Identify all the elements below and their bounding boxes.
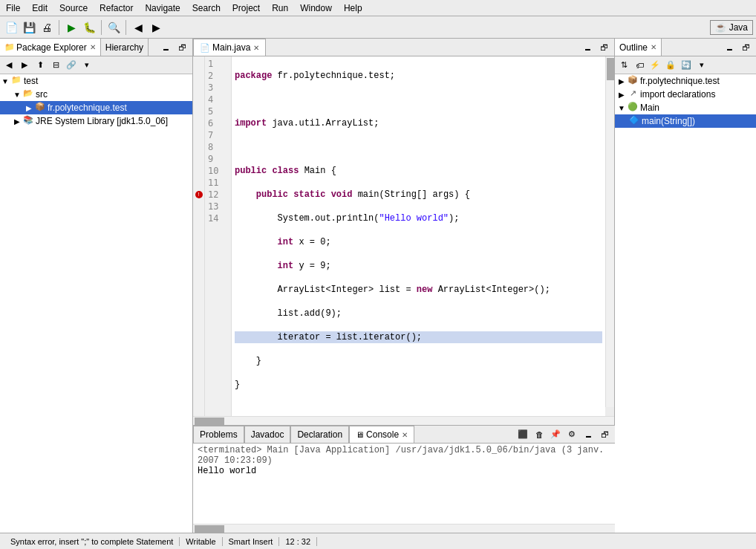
outline-sort-button[interactable]: ⇅: [616, 58, 631, 73]
main-layout: 📁 Package Explorer ✕ Hierarchy 🗕 🗗 ◀ ▶ ⬆…: [0, 39, 756, 533]
left-panel: 📁 Package Explorer ✕ Hierarchy 🗕 🗗 ◀ ▶ ⬆…: [0, 39, 193, 533]
maximize-bottom-button[interactable]: 🗗: [597, 427, 612, 442]
bottom-hscroll-thumb[interactable]: [195, 525, 224, 533]
outline-method-icon: 🔷: [628, 115, 640, 127]
console-settings-button[interactable]: ⚙: [564, 427, 579, 442]
outline-panel: Outline ✕ 🗕 🗗 ⇅ 🏷 ⚡ 🔒 🔄 ▾ ▶ 📦 fr.polytec…: [615, 39, 756, 533]
editor-scroll-area[interactable]: package fr.polytechnique.test; import ja…: [232, 56, 614, 416]
menu-file[interactable]: File: [0, 1, 26, 15]
collapse-all-button[interactable]: ⊟: [48, 58, 63, 73]
close-outline-tab[interactable]: ✕: [651, 43, 656, 51]
close-console-tab[interactable]: ✕: [402, 431, 408, 439]
outline-class-icon: 🟢: [627, 102, 639, 114]
outline-item-main-class[interactable]: ▼ 🟢 Main: [615, 101, 756, 114]
minimize-bottom-button[interactable]: 🗕: [581, 427, 596, 442]
package-icon: 📦: [34, 102, 46, 114]
tab-declaration[interactable]: Declaration: [290, 426, 349, 443]
status-smart-insert: Smart Insert: [223, 537, 280, 546]
editor-gutter-markers: !: [193, 56, 205, 416]
close-editor-tab[interactable]: ✕: [253, 44, 259, 52]
outline-arrow-main[interactable]: ▼: [616, 104, 627, 112]
menu-run[interactable]: Run: [266, 1, 294, 15]
hscroll-thumb[interactable]: [195, 418, 224, 425]
run-button[interactable]: ▶: [63, 19, 79, 36]
menu-search[interactable]: Search: [186, 1, 227, 15]
tree-arrow-package[interactable]: ▶: [24, 104, 34, 112]
maximize-editor-button[interactable]: 🗗: [596, 40, 611, 55]
outline-hide-fields-button[interactable]: 🏷: [632, 58, 647, 73]
maximize-outline-button[interactable]: 🗗: [738, 40, 753, 55]
maximize-left-button[interactable]: 🗗: [175, 40, 189, 55]
tab-javadoc[interactable]: Javadoc: [244, 426, 291, 443]
menu-project[interactable]: Project: [227, 1, 266, 15]
new-button[interactable]: 📄: [3, 19, 19, 36]
status-error-text: Syntax error, insert ";" to complete Sta…: [4, 537, 180, 546]
back-nav-button[interactable]: ◀: [1, 58, 16, 73]
outline-tree: ▶ 📦 fr.polytechnique.test ▶ ↗ import dec…: [615, 74, 756, 533]
print-button[interactable]: 🖨: [39, 19, 55, 36]
code-editor[interactable]: package fr.polytechnique.test; import ja…: [232, 56, 605, 416]
forward-nav-button[interactable]: ▶: [17, 58, 32, 73]
editor-panel: 📄 Main.java ✕ 🗕 🗗: [193, 39, 615, 425]
editor-vscroll[interactable]: [605, 56, 614, 407]
outline-header: Outline ✕ 🗕 🗗: [615, 39, 756, 56]
tree-item-package[interactable]: ▶ 📦 fr.polytechnique.test: [0, 101, 192, 114]
outline-item-imports[interactable]: ▶ ↗ import declarations: [615, 88, 756, 101]
outline-item-main-method[interactable]: 🔷 main(String[]): [615, 114, 756, 128]
jre-icon: 📚: [22, 115, 34, 127]
error-icon: !: [195, 191, 203, 198]
console-clear-button[interactable]: 🗑: [532, 427, 547, 442]
outline-arrow-package[interactable]: ▶: [616, 77, 627, 85]
bottom-hscroll[interactable]: [193, 524, 615, 533]
menu-dropdown-button[interactable]: ▾: [79, 58, 94, 73]
menu-refactor[interactable]: Refactor: [94, 1, 139, 15]
outline-menu-button[interactable]: ▾: [694, 58, 709, 73]
debug-button[interactable]: 🐛: [81, 19, 97, 36]
tab-console[interactable]: 🖥 Console ✕: [349, 426, 414, 443]
outline-hide-nonpublic-button[interactable]: 🔒: [663, 58, 678, 73]
minimize-outline-button[interactable]: 🗕: [722, 40, 737, 55]
vscroll-thumb[interactable]: [607, 58, 614, 80]
link-editor-button[interactable]: 🔗: [64, 58, 79, 73]
tree-arrow-src[interactable]: ▼: [12, 91, 22, 99]
statusbar: Syntax error, insert ";" to complete Sta…: [0, 533, 756, 549]
outline-item-package[interactable]: ▶ 📦 fr.polytechnique.test: [615, 74, 756, 88]
outline-toolbar: ⇅ 🏷 ⚡ 🔒 🔄 ▾: [615, 56, 756, 74]
back-button[interactable]: ◀: [130, 19, 146, 36]
menu-help[interactable]: Help: [338, 1, 368, 15]
console-pin-button[interactable]: 📌: [548, 427, 563, 442]
up-nav-button[interactable]: ⬆: [33, 58, 48, 73]
search-button[interactable]: 🔍: [105, 19, 122, 36]
outline-sync-button[interactable]: 🔄: [679, 58, 694, 73]
java-perspective-button[interactable]: ☕ Java: [710, 20, 753, 35]
editor-and-bottom: 📄 Main.java ✕ 🗕 🗗: [193, 39, 615, 533]
tree-item-src[interactable]: ▼ 📂 src: [0, 88, 192, 101]
outline-arrow-imports[interactable]: ▶: [616, 91, 627, 99]
tree-item-test[interactable]: ▼ 📁 test: [0, 74, 192, 88]
close-package-explorer[interactable]: ✕: [90, 43, 96, 51]
status-position: 12 : 32: [279, 537, 317, 546]
error-marker-line12: !: [193, 189, 204, 201]
tab-package-explorer[interactable]: 📁 Package Explorer ✕: [0, 39, 101, 56]
forward-button[interactable]: ▶: [148, 19, 164, 36]
stop-button[interactable]: ⬛: [515, 427, 530, 442]
toolbar-sep-1: [59, 20, 59, 35]
tab-hierarchy[interactable]: Hierarchy: [101, 39, 149, 56]
outline-hide-static-button[interactable]: ⚡: [648, 58, 662, 73]
save-button[interactable]: 💾: [21, 19, 37, 36]
tree-arrow-jre[interactable]: ▶: [12, 117, 22, 126]
editor-hscroll[interactable]: [193, 416, 614, 425]
menubar: File Edit Source Refactor Navigate Searc…: [0, 0, 756, 16]
editor-tab-main-java[interactable]: 📄 Main.java ✕: [193, 39, 266, 56]
menu-edit[interactable]: Edit: [26, 1, 53, 15]
tree-arrow-test[interactable]: ▼: [0, 77, 10, 85]
menu-window[interactable]: Window: [294, 1, 338, 15]
menu-source[interactable]: Source: [53, 1, 94, 15]
tree-item-jre[interactable]: ▶ 📚 JRE System Library [jdk1.5.0_06]: [0, 114, 192, 128]
minimize-editor-button[interactable]: 🗕: [580, 40, 595, 55]
editor-tabs: 📄 Main.java ✕ 🗕 🗗: [193, 39, 614, 56]
menu-navigate[interactable]: Navigate: [139, 1, 186, 15]
minimize-left-button[interactable]: 🗕: [158, 40, 173, 55]
tab-problems[interactable]: Problems: [193, 426, 244, 443]
tab-outline[interactable]: Outline ✕: [615, 39, 662, 56]
